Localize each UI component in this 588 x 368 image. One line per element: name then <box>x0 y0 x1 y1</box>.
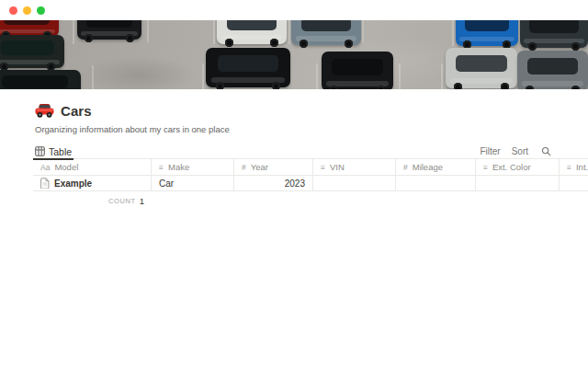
column-label: Int. Co <box>576 162 588 172</box>
parking-line <box>362 20 364 42</box>
cell-year[interactable]: 2023 <box>234 176 313 191</box>
parking-line <box>399 63 401 89</box>
active-tab-underline <box>33 158 74 160</box>
minimize-window-button[interactable] <box>23 6 31 15</box>
page-title[interactable]: Cars <box>61 103 92 119</box>
page-icon-car[interactable] <box>35 102 54 119</box>
filter-button[interactable]: Filter <box>480 146 500 156</box>
cell-make[interactable]: Car <box>152 176 234 191</box>
column-label: Model <box>54 162 78 172</box>
cell-int-co[interactable] <box>560 176 588 191</box>
sort-button[interactable]: Sort <box>512 146 528 156</box>
car-photo-shape <box>520 20 588 48</box>
close-window-button[interactable] <box>9 6 17 15</box>
cell-mileage[interactable] <box>396 176 476 191</box>
page-description[interactable]: Organizing information about my cars in … <box>35 124 588 134</box>
column-header-int-co[interactable]: ≡Int. Co <box>560 159 588 176</box>
table-header-row: AaModel≡Make#Year≡VIN#Mileage≡Ext. Color… <box>33 159 588 176</box>
database-table: AaModel≡Make#Year≡VIN#Mileage≡Ext. Color… <box>33 159 588 210</box>
cell-value: Car <box>159 178 174 189</box>
cover-image[interactable] <box>0 20 588 89</box>
parking-line <box>73 20 74 44</box>
column-label: Mileage <box>413 162 443 172</box>
calc-row: COUNT 1 <box>33 191 588 210</box>
car-photo-shape <box>206 48 290 87</box>
tab-table-label: Table <box>49 146 72 157</box>
count-value: 1 <box>140 196 144 206</box>
car-photo-shape <box>456 20 518 46</box>
column-label: Ext. Color <box>492 162 531 172</box>
text-property-icon: ≡ <box>567 163 571 172</box>
window-titlebar <box>0 0 588 20</box>
parking-line <box>288 20 290 44</box>
traffic-lights <box>9 6 45 15</box>
table-body: ExampleCar2023 <box>33 176 588 191</box>
cell-value: 2023 <box>285 178 305 189</box>
cell-value: Example <box>54 178 92 189</box>
count-calc[interactable]: COUNT 1 <box>33 191 152 210</box>
parking-line <box>441 63 443 89</box>
column-header-mileage[interactable]: #Mileage <box>396 159 476 176</box>
column-header-ext-color[interactable]: ≡Ext. Color <box>476 159 560 176</box>
parking-line <box>213 20 215 44</box>
column-header-vin[interactable]: ≡VIN <box>313 159 396 176</box>
count-label: COUNT <box>108 197 136 205</box>
column-label: Year <box>251 162 268 172</box>
title-property-icon: Aa <box>40 163 50 172</box>
table-view-icon <box>35 146 45 156</box>
page-header: Cars Organizing information about my car… <box>0 89 588 134</box>
column-label: VIN <box>330 162 345 172</box>
parking-line <box>452 20 454 46</box>
page-document-icon <box>40 178 50 189</box>
car-photo-shape <box>0 70 81 89</box>
car-photo-shape <box>77 20 141 40</box>
car-photo-shape <box>446 48 517 88</box>
column-header-model[interactable]: AaModel <box>33 159 152 176</box>
number-property-icon: # <box>403 163 408 172</box>
text-property-icon: ≡ <box>321 163 325 172</box>
tab-table-view[interactable]: Table <box>33 144 74 159</box>
cell-ext-color[interactable] <box>476 176 560 191</box>
search-icon[interactable] <box>541 146 551 156</box>
view-tab-bar: Table Filter Sort <box>33 144 588 159</box>
parking-line <box>147 20 149 42</box>
column-header-make[interactable]: ≡Make <box>152 159 234 176</box>
zoom-window-button[interactable] <box>37 6 45 15</box>
number-property-icon: # <box>242 163 246 172</box>
text-property-icon: ≡ <box>159 163 164 172</box>
car-photo-shape <box>217 20 287 44</box>
table-row: ExampleCar2023 <box>33 176 588 191</box>
text-property-icon: ≡ <box>483 163 488 172</box>
column-header-year[interactable]: #Year <box>234 159 313 176</box>
parking-line <box>316 63 318 89</box>
car-photo-shape <box>0 35 64 68</box>
cell-vin[interactable] <box>313 176 396 191</box>
car-photo-shape <box>322 52 393 89</box>
car-photo-shape <box>291 20 361 45</box>
page-body: Cars Organizing information about my car… <box>0 89 588 210</box>
parking-line <box>92 65 94 89</box>
car-photo-shape <box>517 51 588 89</box>
cell-model[interactable]: Example <box>33 176 152 191</box>
parking-line <box>202 63 204 89</box>
column-label: Make <box>168 162 189 172</box>
